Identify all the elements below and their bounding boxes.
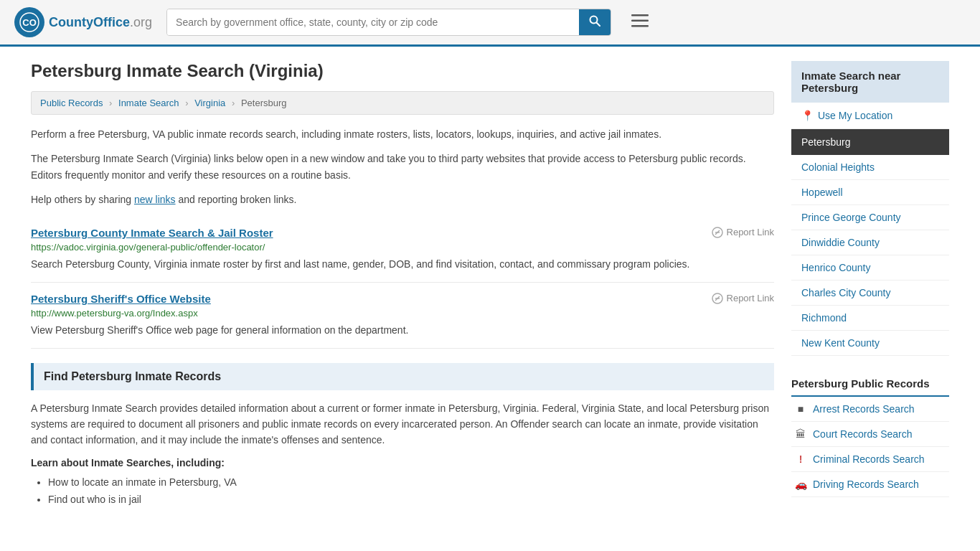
page-title: Petersburg Inmate Search (Virginia)	[31, 61, 774, 81]
svg-rect-6	[631, 25, 649, 27]
resource-desc-1: Search Petersburg County, Virginia inmat…	[31, 257, 774, 272]
criminal-icon: !	[794, 453, 807, 465]
public-records-section: Petersburg Public Records ■ Arrest Recor…	[791, 370, 949, 497]
menu-button[interactable]	[626, 11, 654, 33]
sidebar-item-charles-city[interactable]: Charles City County	[791, 281, 949, 306]
content-area: Petersburg Inmate Search (Virginia) Publ…	[31, 61, 774, 508]
sidebar-active-item[interactable]: Petersburg	[791, 129, 949, 155]
description-para-3: Help others by sharing new links and rep…	[31, 192, 774, 207]
svg-line-3	[597, 23, 600, 27]
svg-text:CO: CO	[22, 17, 37, 28]
sidebar-item-colonial-heights[interactable]: Colonial Heights	[791, 155, 949, 180]
description-para-2: The Petersburg Inmate Search (Virginia) …	[31, 151, 774, 183]
new-links-link[interactable]: new links	[134, 194, 176, 205]
resource-item-2: Petersburg Sheriff's Office Website Repo…	[31, 283, 774, 349]
breadcrumb: Public Records › Inmate Search › Virgini…	[31, 91, 774, 115]
bullet-item-2: Find out who is in jail	[48, 491, 774, 509]
pr-arrest-records[interactable]: ■ Arrest Records Search	[791, 397, 949, 422]
report-icon-2	[712, 293, 723, 304]
court-icon: 🏛	[794, 428, 807, 440]
resource-title-1[interactable]: Petersburg County Inmate Search & Jail R…	[31, 227, 273, 239]
resource-url-2[interactable]: http://www.petersburg-va.org/Index.aspx	[31, 308, 774, 319]
report-link-2[interactable]: Report Link	[712, 293, 774, 304]
pr-driving-records[interactable]: 🚗 Driving Records Search	[791, 472, 949, 497]
arrest-icon: ■	[794, 403, 807, 415]
bullet-list: How to locate an inmate in Petersburg, V…	[48, 474, 774, 509]
sidebar-item-richmond[interactable]: Richmond	[791, 306, 949, 331]
breadcrumb-public-records[interactable]: Public Records	[40, 98, 103, 108]
sidebar-item-henrico[interactable]: Henrico County	[791, 255, 949, 281]
svg-rect-4	[631, 14, 649, 17]
bullet-item-1: How to locate an inmate in Petersburg, V…	[48, 474, 774, 491]
find-section-heading: Find Petersburg Inmate Records	[31, 363, 774, 390]
search-bar	[166, 9, 611, 36]
report-icon-1	[712, 227, 723, 238]
svg-rect-5	[631, 20, 649, 22]
resource-desc-2: View Petersburg Sheriff's Office web pag…	[31, 323, 774, 338]
pr-criminal-records[interactable]: ! Criminal Records Search	[791, 447, 949, 472]
sidebar-item-prince-george[interactable]: Prince George County	[791, 205, 949, 230]
report-link-1[interactable]: Report Link	[712, 227, 774, 238]
sidebar-item-new-kent[interactable]: New Kent County	[791, 331, 949, 356]
pr-court-records[interactable]: 🏛 Court Records Search	[791, 422, 949, 447]
resource-url-1[interactable]: https://vadoc.virginia.gov/general-publi…	[31, 242, 774, 253]
public-records-title: Petersburg Public Records	[791, 370, 949, 397]
resource-item-1: Petersburg County Inmate Search & Jail R…	[31, 217, 774, 283]
main-container: Petersburg Inmate Search (Virginia) Publ…	[17, 47, 963, 522]
breadcrumb-inmate-search[interactable]: Inmate Search	[118, 98, 179, 108]
description-section: Perform a free Petersburg, VA public inm…	[31, 126, 774, 208]
learn-label: Learn about Inmate Searches, including:	[31, 457, 774, 468]
site-header: CO CountyOffice.org	[0, 0, 980, 47]
description-para-1: Perform a free Petersburg, VA public inm…	[31, 126, 774, 142]
driving-icon: 🚗	[794, 479, 807, 490]
logo-text: CountyOffice.org	[49, 15, 152, 30]
use-location-button[interactable]: 📍 Use My Location	[791, 103, 949, 129]
breadcrumb-virginia[interactable]: Virginia	[194, 98, 225, 108]
sidebar-item-dinwiddie[interactable]: Dinwiddie County	[791, 230, 949, 255]
logo-link[interactable]: CO CountyOffice.org	[14, 7, 152, 37]
search-button[interactable]	[579, 9, 611, 35]
search-input[interactable]	[167, 9, 579, 35]
sidebar: Inmate Search near Petersburg 📍 Use My L…	[791, 61, 949, 508]
find-body-text: A Petersburg Inmate Search provides deta…	[31, 400, 774, 448]
logo-icon: CO	[14, 7, 44, 37]
sidebar-nearby-title: Inmate Search near Petersburg	[791, 61, 949, 103]
breadcrumb-current: Petersburg	[241, 98, 287, 108]
use-location-label: Use My Location	[818, 110, 892, 121]
resource-title-2[interactable]: Petersburg Sheriff's Office Website	[31, 293, 211, 305]
sidebar-item-hopewell[interactable]: Hopewell	[791, 180, 949, 205]
location-pin-icon: 📍	[801, 110, 814, 121]
